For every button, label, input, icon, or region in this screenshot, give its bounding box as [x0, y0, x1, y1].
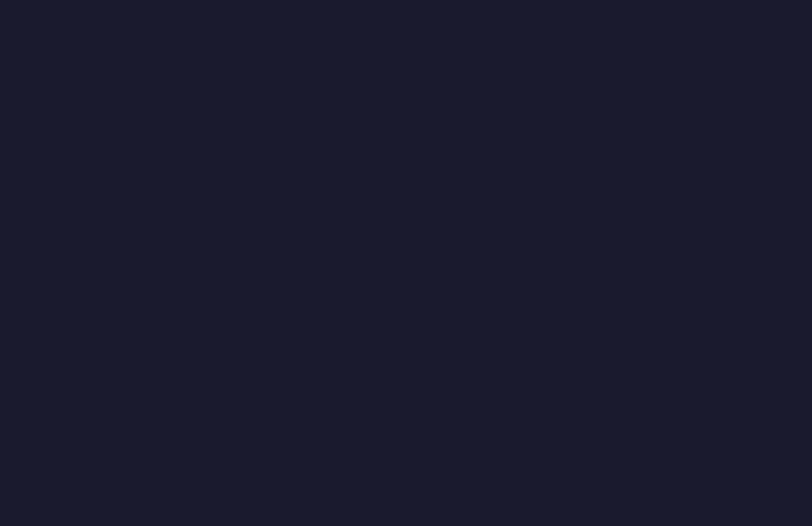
- visualization-container: [0, 0, 812, 526]
- edges-svg: [0, 0, 812, 526]
